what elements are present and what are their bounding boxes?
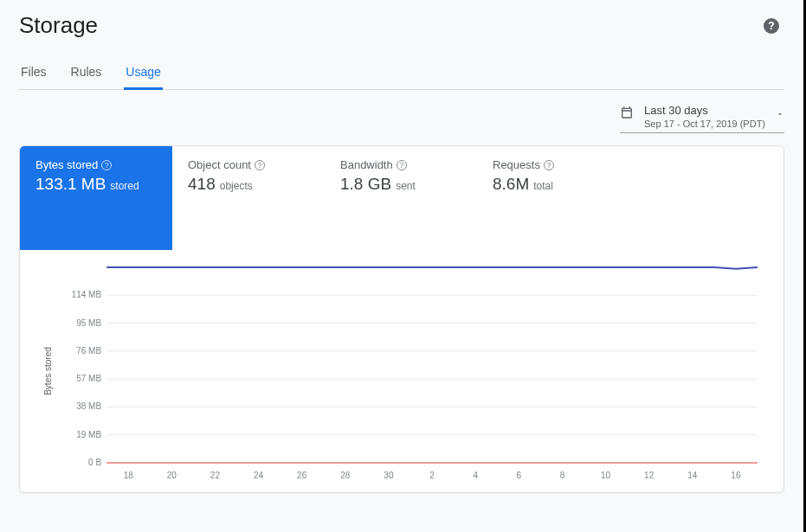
svg-text:57 MB: 57 MB bbox=[76, 374, 101, 383]
svg-text:14: 14 bbox=[687, 471, 698, 480]
stat-value: 133.1 MB bbox=[35, 175, 106, 194]
help-icon[interactable]: ? bbox=[764, 18, 779, 34]
svg-text:20: 20 bbox=[167, 471, 177, 480]
stat-value: 8.6M bbox=[493, 175, 529, 194]
svg-text:0 B: 0 B bbox=[88, 458, 101, 467]
svg-text:22: 22 bbox=[210, 471, 221, 480]
stat-unit: total bbox=[533, 180, 553, 192]
stat-label: Bytes stored bbox=[35, 158, 98, 171]
date-range-label: Last 30 days bbox=[644, 104, 765, 117]
svg-text:19 MB: 19 MB bbox=[76, 430, 101, 439]
svg-text:24: 24 bbox=[254, 471, 264, 480]
date-range-detail: Sep 17 - Oct 17, 2019 (PDT) bbox=[644, 119, 765, 129]
svg-text:4: 4 bbox=[473, 471, 478, 480]
svg-text:26: 26 bbox=[297, 471, 307, 480]
bytes-stored-chart: 0 B19 MB38 MB57 MB76 MB95 MB114 MB182022… bbox=[55, 259, 766, 484]
svg-text:12: 12 bbox=[644, 471, 654, 480]
tabs: Files Rules Usage bbox=[19, 58, 784, 90]
svg-text:6: 6 bbox=[517, 471, 522, 480]
chart-y-axis-label: Bytes stored bbox=[43, 347, 53, 395]
stat-card-bandwidth[interactable]: Bandwidth ? 1.8 GB sent bbox=[325, 146, 477, 250]
date-range-picker[interactable]: Last 30 days Sep 17 - Oct 17, 2019 (PDT) bbox=[620, 102, 784, 133]
stat-value: 1.8 GB bbox=[340, 175, 391, 194]
stat-label: Object count bbox=[188, 158, 251, 171]
svg-text:2: 2 bbox=[429, 471, 435, 480]
stat-value: 418 bbox=[188, 175, 216, 194]
svg-text:28: 28 bbox=[340, 471, 351, 480]
tab-files[interactable]: Files bbox=[19, 58, 48, 90]
svg-text:30: 30 bbox=[384, 471, 394, 480]
page-title: Storage bbox=[19, 12, 98, 39]
stat-unit: sent bbox=[396, 180, 416, 192]
svg-text:8: 8 bbox=[560, 471, 565, 480]
info-icon[interactable]: ? bbox=[544, 160, 554, 170]
stat-card-requests[interactable]: Requests ? 8.6M total bbox=[477, 146, 629, 250]
svg-text:38 MB: 38 MB bbox=[76, 401, 101, 411]
stat-unit: stored bbox=[110, 180, 139, 192]
stat-unit: objects bbox=[220, 180, 253, 192]
svg-text:95 MB: 95 MB bbox=[76, 318, 101, 328]
info-icon[interactable]: ? bbox=[397, 160, 407, 170]
svg-text:18: 18 bbox=[124, 471, 134, 480]
stat-row: Bytes stored ? 133.1 MB stored Object co… bbox=[20, 146, 783, 250]
svg-text:10: 10 bbox=[601, 471, 611, 480]
svg-text:114 MB: 114 MB bbox=[72, 290, 102, 299]
stat-card-object-count[interactable]: Object count ? 418 objects bbox=[172, 146, 325, 250]
chevron-down-icon bbox=[776, 106, 784, 122]
tab-rules[interactable]: Rules bbox=[69, 58, 104, 90]
tab-usage[interactable]: Usage bbox=[124, 58, 162, 90]
svg-text:16: 16 bbox=[731, 471, 741, 480]
usage-panel: Bytes stored ? 133.1 MB stored Object co… bbox=[19, 145, 784, 493]
stat-label: Requests bbox=[493, 158, 540, 171]
calendar-icon bbox=[620, 106, 634, 123]
stat-label: Bandwidth bbox=[340, 158, 393, 171]
chart-area: Bytes stored 0 B19 MB38 MB57 MB76 MB95 M… bbox=[20, 250, 783, 492]
stat-card-bytes-stored[interactable]: Bytes stored ? 133.1 MB stored bbox=[20, 146, 172, 250]
info-icon[interactable]: ? bbox=[101, 160, 112, 170]
svg-text:76 MB: 76 MB bbox=[76, 346, 101, 356]
info-icon[interactable]: ? bbox=[255, 160, 265, 170]
